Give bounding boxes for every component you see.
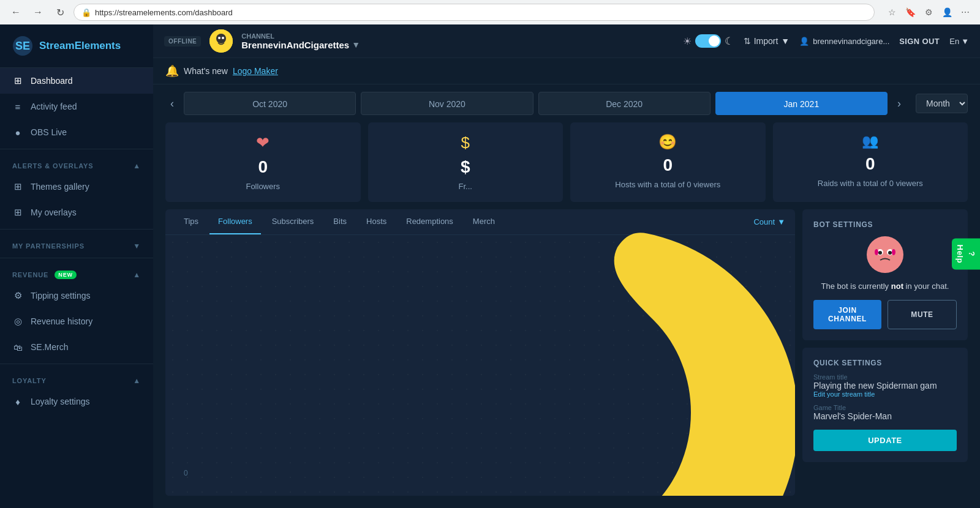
help-button[interactable]: ? Help xyxy=(952,239,980,270)
revenue-chevron-up-icon: ▲ xyxy=(133,271,141,279)
obs-live-icon: ● xyxy=(12,127,23,138)
raids-value: 0 xyxy=(865,154,875,174)
chart-section: Tips Followers Subscribers Bits Hosts Re… xyxy=(165,209,795,496)
section-alerts-overlays: ALERTS & OVERLAYS ▲ xyxy=(0,153,153,174)
section-revenue: REVENUE NEW ▲ xyxy=(0,262,153,283)
revenue-history-icon: ◎ xyxy=(12,316,23,327)
section-loyalty: LOYALTY ▲ xyxy=(0,368,153,389)
logo-maker-link[interactable]: Logo Maker xyxy=(233,66,278,76)
right-panel: BOT SETTINGS xyxy=(802,209,968,496)
bookmark-icon[interactable]: 🔖 xyxy=(903,5,918,20)
period-select[interactable]: Month xyxy=(916,94,968,113)
dark-mode-toggle[interactable] xyxy=(695,34,721,48)
edit-stream-title-link[interactable]: Edit your stream title xyxy=(813,390,957,398)
activity-feed-icon: ≡ xyxy=(12,101,23,112)
join-channel-button[interactable]: JOIN CHANNEL xyxy=(813,300,881,329)
game-title-value: Marvel's Spider-Man xyxy=(813,411,957,421)
theme-toggle[interactable]: ☀ ☾ xyxy=(683,34,734,48)
game-title-field: Game Title Marvel's Spider-Man xyxy=(813,404,957,421)
mute-button[interactable]: MUTE xyxy=(888,300,957,329)
chevron-down-icon: ▼ xyxy=(133,242,141,250)
chart-zero-label: 0 xyxy=(184,469,188,477)
user-avatar-icon[interactable]: 👤 xyxy=(940,5,954,20)
bot-avatar xyxy=(867,236,903,273)
sidebar-item-themes-gallery[interactable]: ⊞ Themes gallery xyxy=(0,174,153,200)
tab-hosts[interactable]: Hosts xyxy=(358,209,395,234)
chevron-up-icon: ▲ xyxy=(133,162,141,170)
next-month-button[interactable]: › xyxy=(892,95,906,113)
game-title-label: Game Title xyxy=(813,404,957,411)
help-icon: ? xyxy=(967,252,976,257)
stream-title-label: Stream title xyxy=(813,373,957,381)
back-button[interactable]: ← xyxy=(7,4,24,21)
tab-merch[interactable]: Merch xyxy=(464,209,503,234)
raids-icon: 👥 xyxy=(862,133,878,149)
logo-text: StreamElements xyxy=(39,40,121,52)
month-dec-2020-button[interactable]: Dec 2020 xyxy=(538,92,710,115)
channel-info: CHANNEL BrennevinAndCigarettes ▼ xyxy=(241,32,360,50)
loyalty-settings-icon: ♦ xyxy=(12,396,23,407)
followers-value: 0 xyxy=(258,157,268,177)
tab-followers[interactable]: Followers xyxy=(209,209,261,234)
prev-month-button[interactable]: ‹ xyxy=(165,95,179,113)
user-info[interactable]: 👤 brennevinandcigare... xyxy=(799,37,889,46)
chart-body: 0 xyxy=(165,235,795,496)
stats-row: ❤ 0 Followers $ $ Fr... 😊 0 Hosts with a… xyxy=(153,122,980,209)
sidebar-item-revenue-history[interactable]: ◎ Revenue history xyxy=(0,308,153,334)
topbar-right: ☀ ☾ ⇅ Import ▼ 👤 brennevinandcigare... S… xyxy=(683,34,969,48)
lang-chevron-icon: ▼ xyxy=(961,37,969,46)
bot-status-text: The bot is currently not in your chat. xyxy=(821,280,949,293)
stat-card-followers: ❤ 0 Followers xyxy=(165,122,361,202)
divider-3 xyxy=(0,258,153,258)
month-oct-2020-button[interactable]: Oct 2020 xyxy=(184,92,356,115)
month-nov-2020-button[interactable]: Nov 2020 xyxy=(361,92,533,115)
svg-point-4 xyxy=(218,37,221,39)
url-bar[interactable]: 🔒 https://streamelements.com/dashboard xyxy=(74,4,875,21)
quick-settings-title: QUICK SETTINGS xyxy=(813,359,957,367)
import-button[interactable]: ⇅ Import ▼ xyxy=(744,36,790,46)
channel-label: CHANNEL xyxy=(241,32,360,40)
hosts-label: Hosts with a total of 0 viewers xyxy=(615,180,720,189)
count-filter-button[interactable]: Count ▼ xyxy=(753,212,785,231)
refresh-button[interactable]: ↻ xyxy=(51,4,69,21)
sidebar-item-my-overlays[interactable]: ⊞ My overlays xyxy=(0,200,153,225)
stat-card-hosts: 😊 0 Hosts with a total of 0 viewers xyxy=(570,122,766,202)
tab-bits[interactable]: Bits xyxy=(325,209,355,234)
sidebar-item-tipping-settings[interactable]: ⚙ Tipping settings xyxy=(0,283,153,308)
update-button[interactable]: UPDATE xyxy=(813,430,957,451)
channel-name: BrennevinAndCigarettes xyxy=(241,40,349,50)
tab-redemptions[interactable]: Redemptions xyxy=(398,209,462,234)
browser-bar: ← → ↻ 🔒 https://streamelements.com/dashb… xyxy=(0,0,980,24)
loyalty-chevron-up-icon: ▲ xyxy=(133,376,141,385)
tips-label: Fr... xyxy=(459,182,472,191)
extensions-icon[interactable]: ⚙ xyxy=(921,5,936,20)
month-jan-2021-button[interactable]: Jan 2021 xyxy=(715,92,888,115)
sidebar-item-se-merch[interactable]: 🛍 SE.Merch xyxy=(0,334,153,360)
svg-point-5 xyxy=(222,37,224,39)
svg-point-11 xyxy=(875,249,878,255)
moon-icon: ☾ xyxy=(725,35,734,48)
menu-icon[interactable]: ⋯ xyxy=(958,5,973,20)
offline-badge: OFFLINE xyxy=(164,36,201,47)
sidebar-item-dashboard[interactable]: ⊞ Dashboard xyxy=(0,68,153,94)
svg-point-10 xyxy=(888,251,892,255)
signout-button[interactable]: SIGN OUT xyxy=(899,37,940,46)
svg-point-9 xyxy=(878,251,882,255)
divider-1 xyxy=(0,149,153,149)
tab-tips[interactable]: Tips xyxy=(175,209,207,234)
forward-button[interactable]: → xyxy=(29,4,47,21)
channel-dropdown-icon[interactable]: ▼ xyxy=(352,40,360,50)
tab-subscribers[interactable]: Subscribers xyxy=(263,209,323,234)
sidebar-item-loyalty-settings[interactable]: ♦ Loyalty settings xyxy=(0,389,153,414)
themes-gallery-icon: ⊞ xyxy=(12,181,23,192)
raids-label: Raids with a total of 0 viewers xyxy=(818,179,923,188)
star-icon[interactable]: ☆ xyxy=(884,5,899,20)
sidebar-item-activity-feed[interactable]: ≡ Activity feed xyxy=(0,94,153,119)
svg-point-12 xyxy=(892,249,895,255)
import-chevron-icon: ▼ xyxy=(781,36,790,46)
sidebar-item-obs-live[interactable]: ● OBS Live xyxy=(0,119,153,145)
streamelements-logo-icon: SE xyxy=(12,35,33,56)
user-icon: 👤 xyxy=(799,37,809,46)
month-navigation: ‹ Oct 2020 Nov 2020 Dec 2020 Jan 2021 › … xyxy=(153,84,980,122)
language-button[interactable]: En ▼ xyxy=(949,37,969,46)
